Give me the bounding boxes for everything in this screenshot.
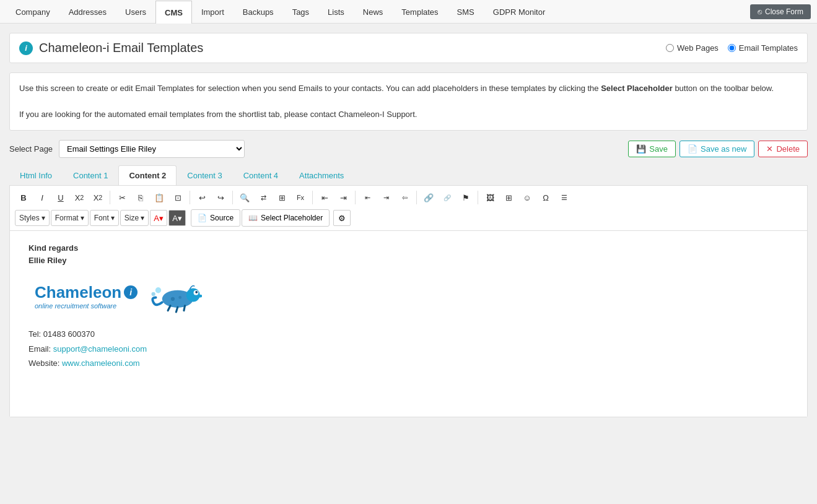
tab-html-info[interactable]: Html Info — [9, 165, 63, 185]
website-link[interactable]: www.chameleoni.com — [62, 358, 140, 368]
select-placeholder-button[interactable]: 📖 Select Placeholder — [242, 209, 330, 227]
email-label: Email: — [28, 344, 51, 354]
brand-tagline: online recruitment software — [35, 302, 138, 310]
page-content: i Chameleon-i Email Templates Web Pages … — [0, 24, 817, 504]
editor-toolbar: B I U X2 X2 ✂ ⎘ 📋 ⊡ ↩ ↪ 🔍 ⇄ ⊞ Fx ⇤ — [10, 186, 807, 231]
editor-tabs: Html Info Content 1 Content 2 Content 3 … — [9, 165, 808, 186]
tab-content-1[interactable]: Content 1 — [63, 165, 118, 185]
font-color-button[interactable]: A▾ — [150, 210, 167, 226]
editor-container: B I U X2 X2 ✂ ⎘ 📋 ⊡ ↩ ↪ 🔍 ⇄ ⊞ Fx ⇤ — [9, 186, 808, 417]
nav-tab-lists[interactable]: Lists — [318, 0, 354, 23]
font-dropdown[interactable]: Font ▾ — [90, 210, 119, 226]
redo-button[interactable]: ↪ — [212, 189, 229, 206]
email-templates-radio[interactable] — [728, 44, 736, 52]
kind-regards-text: Kind regards — [28, 243, 789, 253]
align-left-button[interactable]: ⇤ — [359, 189, 376, 206]
indent-less-button[interactable]: ⇤ — [316, 189, 333, 206]
nav-tab-backups[interactable]: Backups — [234, 0, 283, 23]
tab-content-3[interactable]: Content 3 — [177, 165, 232, 185]
nav-tab-sms[interactable]: SMS — [448, 0, 484, 23]
remove-format-button[interactable]: Fx — [292, 189, 309, 206]
cut-button[interactable]: ✂ — [113, 189, 131, 206]
chameleon-image — [144, 276, 202, 316]
extra-button[interactable]: ⚙ — [333, 210, 351, 226]
list-button[interactable]: ☰ — [556, 189, 573, 206]
nav-tab-addresses[interactable]: Addresses — [59, 0, 116, 23]
save-as-icon: 📄 — [688, 144, 697, 154]
bg-color-button[interactable]: A▾ — [168, 210, 186, 226]
email-templates-option[interactable]: Email Templates — [728, 43, 798, 53]
nav-tab-gdpr[interactable]: GDPR Monitor — [484, 0, 555, 23]
brand-i-badge: i — [124, 285, 138, 299]
undo-button[interactable]: ↩ — [193, 189, 211, 206]
tab-attachments[interactable]: Attachments — [289, 165, 354, 185]
action-buttons: 💾 Save 📄 Save as new ✕ Delete — [628, 141, 808, 157]
logo-box: Chameleon i online recruitment software — [28, 274, 202, 318]
image-button[interactable]: 🖼 — [481, 189, 499, 206]
delete-icon: ✕ — [766, 144, 773, 154]
unlink-button[interactable]: 🔗 — [439, 189, 456, 206]
find-button[interactable]: 🔍 — [236, 189, 253, 206]
source-button[interactable]: 📄 Source — [191, 209, 240, 227]
toolbar-separator-6 — [416, 191, 417, 204]
flag-button[interactable]: ⚑ — [457, 189, 474, 206]
toolbar-separator-4 — [312, 191, 313, 204]
svg-point-10 — [155, 287, 161, 293]
table-button[interactable]: ⊞ — [500, 189, 517, 206]
align-right-button[interactable]: ⇦ — [396, 189, 413, 206]
email-link[interactable]: support@chameleoni.com — [53, 344, 147, 354]
close-form-button[interactable]: ⎋ Close Form — [750, 4, 811, 19]
size-dropdown[interactable]: Size ▾ — [120, 210, 149, 226]
italic-button[interactable]: I — [33, 189, 51, 206]
save-button[interactable]: 💾 Save — [628, 141, 676, 157]
special-char-button[interactable]: Ω — [537, 189, 554, 206]
tab-content-2[interactable]: Content 2 — [118, 165, 177, 185]
styles-dropdown[interactable]: Styles ▾ — [15, 210, 50, 226]
bold-button[interactable]: B — [15, 189, 32, 206]
link-button[interactable]: 🔗 — [420, 189, 437, 206]
select-all-button[interactable]: ⊞ — [273, 189, 291, 206]
superscript-button[interactable]: X2 — [89, 189, 107, 206]
editor-area[interactable]: Kind regards Ellie Riley Chameleon i onl… — [10, 231, 807, 417]
chameleon-brand-text: Chameleon i — [35, 283, 138, 302]
toolbar-separator-3 — [232, 191, 233, 204]
nav-tab-cms[interactable]: CMS — [155, 1, 192, 24]
nav-tab-company[interactable]: Company — [6, 0, 59, 23]
source-icon: 📄 — [198, 214, 207, 222]
emoji-button[interactable]: ☺ — [518, 189, 536, 206]
logo-area: Chameleon i online recruitment software — [28, 274, 789, 318]
editor-name: Ellie Riley — [28, 256, 789, 265]
select-page-dropdown[interactable]: Email Settings Ellie Riley — [59, 140, 245, 158]
indent-more-button[interactable]: ⇥ — [334, 189, 352, 206]
save-icon: 💾 — [636, 144, 646, 154]
web-pages-option[interactable]: Web Pages — [666, 43, 719, 53]
svg-point-3 — [195, 291, 198, 293]
info-icon: i — [19, 41, 33, 55]
toolbar-separator-5 — [355, 191, 356, 204]
subscript-button[interactable]: X2 — [71, 189, 88, 206]
size-chevron-icon: ▾ — [141, 214, 144, 222]
format-dropdown[interactable]: Format ▾ — [51, 210, 89, 226]
nav-tab-users[interactable]: Users — [116, 0, 155, 23]
align-center-button[interactable]: ⇥ — [377, 189, 395, 206]
nav-tab-templates[interactable]: Templates — [392, 0, 447, 23]
svg-point-1 — [186, 288, 200, 302]
logo-text: Chameleon i online recruitment software — [28, 280, 144, 313]
save-as-new-button[interactable]: 📄 Save as new — [679, 141, 754, 157]
styles-chevron-icon: ▾ — [42, 214, 45, 222]
header-card: i Chameleon-i Email Templates Web Pages … — [9, 33, 808, 63]
nav-tab-tags[interactable]: Tags — [283, 0, 318, 23]
paste-button[interactable]: 📋 — [151, 189, 168, 206]
nav-tab-news[interactable]: News — [354, 0, 393, 23]
replace-button[interactable]: ⇄ — [255, 189, 272, 206]
underline-button[interactable]: U — [52, 189, 69, 206]
header-options: Web Pages Email Templates — [666, 43, 798, 53]
brand-name: Chameleon — [35, 283, 121, 302]
copy-button[interactable]: ⎘ — [132, 189, 149, 206]
delete-button[interactable]: ✕ Delete — [758, 141, 808, 157]
nav-tab-import[interactable]: Import — [192, 0, 234, 23]
info-box: Use this screen to create or edit Email … — [9, 72, 808, 131]
tab-content-4[interactable]: Content 4 — [233, 165, 289, 185]
web-pages-radio[interactable] — [666, 44, 674, 52]
paste-text-button[interactable]: ⊡ — [169, 189, 186, 206]
